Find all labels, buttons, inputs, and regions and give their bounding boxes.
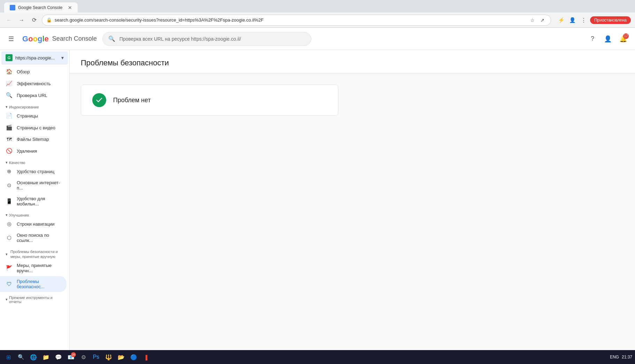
profile-icon[interactable]: 👤	[568, 15, 578, 25]
taskbar: ⊞ 🔍 🌐 📁 💬 📧 26 ⚙ Ps 🔱 📂 🔵	[0, 350, 635, 364]
more-button[interactable]: ⋮	[579, 15, 589, 25]
lock-icon: 🔒	[46, 17, 52, 23]
notification-badge: 17	[623, 33, 629, 39]
sidebar-item-page-experience[interactable]: ⊕ Удобство страниц	[0, 165, 66, 177]
app3-icon: ❚	[144, 354, 149, 361]
url-check-icon: 🔍	[6, 92, 13, 98]
core-vitals-icon: ⊙	[6, 182, 13, 188]
sidebar-item-pages[interactable]: 📄 Страницы	[0, 110, 66, 122]
search-box-label: Окно поиска по ссылк...	[17, 233, 61, 243]
windows-icon: ⊞	[6, 354, 11, 361]
lang-indicator: ENG	[610, 355, 619, 359]
header-right: ? 👤 🔔 17	[586, 33, 629, 45]
security-arrow-icon: ▾	[6, 252, 8, 257]
sitemap-label: Файлы Sitemap	[17, 137, 49, 142]
search-icon: 🔍	[108, 35, 115, 42]
security-issues-icon: 🛡	[6, 281, 13, 287]
star-icon[interactable]: ☆	[528, 16, 537, 24]
sidebar-item-video-pages[interactable]: 🎬 Страницы с видео	[0, 122, 66, 134]
share-icon[interactable]: ↗	[538, 16, 547, 24]
photoshop-icon: Ps	[93, 354, 100, 360]
manual-actions-label: Меры, принятые вручн...	[17, 263, 61, 273]
manual-actions-icon: 🚩	[6, 265, 13, 271]
photoshop-button[interactable]: Ps	[91, 351, 102, 363]
pages-icon: 📄	[6, 113, 13, 119]
files-icon: 📁	[42, 354, 49, 361]
app3-button[interactable]: ❚	[141, 351, 152, 363]
property-selector[interactable]: G https://spa-zoogie... ▾	[1, 51, 68, 64]
taskbar-time: 21:37	[622, 355, 632, 359]
legacy-section-label[interactable]: ▾ Прежние инструменты и отчеты	[0, 292, 69, 305]
forward-button[interactable]: →	[17, 15, 26, 25]
mail-button[interactable]: 📧 26	[65, 351, 77, 363]
indexing-arrow-icon: ▾	[6, 105, 8, 109]
search-taskbar-button[interactable]: 🔍	[15, 351, 26, 363]
start-button[interactable]: ⊞	[3, 351, 14, 363]
account-circle-button[interactable]: 👤	[602, 33, 614, 45]
mobile-icon: 📱	[6, 198, 13, 204]
help-button[interactable]: ?	[586, 33, 599, 45]
logo-g: G	[22, 34, 28, 43]
edge-button[interactable]: 🌐	[28, 351, 39, 363]
sidebar-item-core-vitals[interactable]: ⊙ Основные интернет-п...	[0, 177, 66, 193]
sidebar-item-url-check[interactable]: 🔍 Проверка URL	[0, 89, 66, 101]
extensions-button[interactable]: ⚡	[557, 15, 566, 25]
address-url: search.google.com/search-console/securit…	[55, 17, 526, 23]
tab-close-button[interactable]: ✕	[68, 5, 72, 10]
sidebar: G https://spa-zoogie... ▾ 🏠 Обзор 📈 Эффе…	[0, 50, 70, 350]
app-header: ☰ Google Search Console 🔍 Проверка всех …	[0, 28, 635, 50]
search-placeholder-text: Проверка всех URL на ресурсе https://spa…	[119, 36, 305, 42]
sidebar-item-removals[interactable]: 🚫 Удаления	[0, 145, 66, 157]
address-bar-icons: ☆ ↗	[528, 16, 547, 24]
sidebar-item-manual-actions[interactable]: 🚩 Меры, принятые вручн...	[0, 260, 66, 276]
logo-g2: g	[38, 34, 42, 43]
google-logo: Google	[22, 34, 49, 43]
pages-label: Страницы	[17, 113, 38, 119]
main-content: Проблемы безопасности Проблем нет	[70, 50, 635, 350]
reload-button[interactable]: ⟳	[29, 15, 39, 25]
sidebar-item-mobile[interactable]: 📱 Удобство для мобильн...	[0, 193, 66, 209]
whatsapp-button[interactable]: 💬	[53, 351, 64, 363]
sidebar-item-sitemap[interactable]: 🗺 Файлы Sitemap	[0, 134, 66, 145]
app2-button[interactable]: 🔱	[103, 351, 114, 363]
sidebar-item-search-box[interactable]: ⬡ Окно поиска по ссылк...	[0, 230, 66, 246]
search-taskbar-icon: 🔍	[18, 354, 24, 360]
edge-icon: 🌐	[30, 354, 37, 361]
removals-label: Удаления	[17, 148, 37, 154]
check-icon-circle	[92, 93, 106, 107]
page-header: Проблемы безопасности	[70, 50, 635, 73]
address-bar[interactable]: 🔒 search.google.com/search-console/secur…	[42, 15, 551, 26]
sitemap-icon: 🗺	[6, 136, 13, 142]
settings-button[interactable]: ⚙	[78, 351, 89, 363]
removals-icon: 🚫	[6, 148, 13, 154]
indexing-section-label[interactable]: ▾ Индексирование	[0, 101, 69, 110]
browser-toolbar: ← → ⟳ 🔒 search.google.com/search-console…	[0, 13, 635, 28]
files-button[interactable]: 📁	[40, 351, 52, 363]
browser-tab[interactable]: Google Search Console ✕	[4, 2, 78, 13]
explorer-button[interactable]: 📂	[116, 351, 127, 363]
back-button[interactable]: ←	[4, 15, 14, 25]
sidebar-item-breadcrumbs[interactable]: ◎ Строки навигации	[0, 218, 66, 230]
chrome-icon: 🔵	[130, 354, 137, 361]
page-experience-icon: ⊕	[6, 168, 13, 175]
sidebar-item-overview[interactable]: 🏠 Обзор	[0, 66, 66, 78]
improvements-section-label[interactable]: ▾ Улучшения	[0, 209, 69, 218]
notification-button-wrapper: 🔔 17	[617, 33, 629, 45]
breadcrumbs-icon: ◎	[6, 221, 13, 227]
browser-titlebar: Google Search Console ✕	[0, 0, 635, 13]
app2-icon: 🔱	[105, 354, 112, 361]
logo-o1: o	[28, 34, 33, 43]
security-section-label[interactable]: ▾ Проблемы безопасности и меры, принятые…	[0, 246, 69, 260]
legacy-label: Прежние инструменты и отчеты	[9, 296, 64, 304]
search-bar[interactable]: 🔍 Проверка всех URL на ресурсе https://s…	[102, 32, 311, 46]
sidebar-item-performance[interactable]: 📈 Эффективность	[0, 78, 66, 89]
page-title: Проблемы безопасности	[81, 58, 624, 67]
profile-status-button[interactable]: Приостановлена	[590, 16, 631, 24]
quality-section-label[interactable]: ▾ Качество	[0, 157, 69, 165]
menu-button[interactable]: ☰	[6, 33, 17, 45]
sidebar-item-security-issues[interactable]: 🛡 Проблемы безопаснос...	[0, 276, 66, 292]
page-experience-label: Удобство страниц	[17, 169, 54, 174]
indexing-label: Индексирование	[9, 105, 39, 109]
chrome-button[interactable]: 🔵	[128, 351, 139, 363]
performance-label: Эффективность	[17, 81, 51, 86]
